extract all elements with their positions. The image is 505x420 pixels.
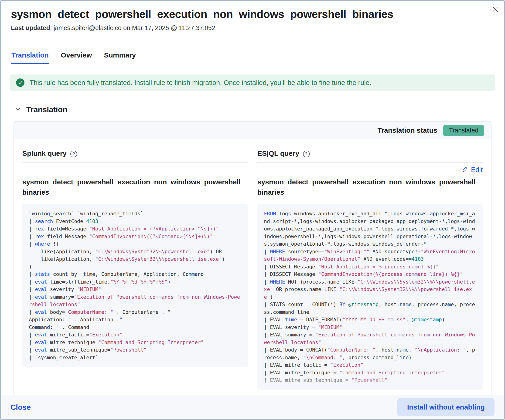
- splunk-query-header: Splunk query ?: [22, 150, 248, 163]
- splunk-code-block[interactable]: `winlog_search` `winlog_rename_fields`| …: [22, 204, 248, 367]
- splunk-rule-name: sysmon_detect_powershell_execution_non_w…: [22, 177, 248, 197]
- section-title: Translation: [26, 105, 67, 114]
- query-comparison: Splunk query ? sysmon_detect_powershell_…: [14, 139, 491, 390]
- last-updated-label: Last updated: [11, 25, 50, 31]
- tab-summary[interactable]: Summary: [103, 49, 136, 64]
- flyout-footer: Close Install without enabling: [1, 395, 504, 419]
- edit-query-button[interactable]: Edit: [462, 166, 483, 174]
- esql-query-title: ES|QL query: [257, 150, 299, 157]
- check-in-circle-icon: [16, 78, 25, 87]
- translation-section-toggle[interactable]: Translation: [15, 105, 504, 114]
- translation-panel: Translation status Translated Splunk que…: [13, 121, 492, 407]
- translation-panel-header: Translation status Translated: [14, 122, 491, 139]
- esql-query-column: ES|QL query ? Edit sysmon_detec: [257, 150, 483, 390]
- flyout-header: sysmon_detect_powershell_execution_non_w…: [1, 1, 504, 32]
- close-icon[interactable]: [490, 4, 501, 15]
- translation-status-badge: Translated: [443, 125, 484, 136]
- last-updated-value: : james.spiteri@elastic.co on Mar 17, 20…: [50, 25, 215, 31]
- splunk-query-title: Splunk query: [22, 150, 67, 157]
- esql-query-header: ES|QL query ?: [257, 150, 483, 163]
- splunk-query-column: Splunk query ? sysmon_detect_powershell_…: [22, 150, 248, 390]
- esql-code-block[interactable]: FROM logs-windows.applocker_exe_and_dll-…: [257, 204, 483, 390]
- pencil-icon: [462, 166, 468, 174]
- esql-meta-row: Edit: [257, 163, 483, 177]
- translation-success-callout: This rule has been fully translated. Ins…: [10, 75, 495, 91]
- last-updated: Last updated: james.spiteri@elastic.co o…: [11, 25, 494, 32]
- question-in-circle-icon[interactable]: ?: [70, 151, 77, 157]
- rule-migration-flyout: sysmon_detect_powershell_execution_non_w…: [0, 0, 505, 420]
- chevron-down-icon: [15, 106, 21, 113]
- esql-rule-name: sysmon_detect_powershell_execution_non_w…: [257, 177, 483, 197]
- close-button[interactable]: Close: [11, 403, 31, 412]
- callout-message: This rule has been fully translated. Ins…: [30, 79, 371, 87]
- edit-label: Edit: [471, 166, 483, 174]
- tab-bar: Translation Overview Summary: [1, 49, 504, 64]
- splunk-meta-row: [22, 163, 248, 177]
- tab-translation[interactable]: Translation: [11, 49, 49, 64]
- tab-overview[interactable]: Overview: [60, 49, 92, 64]
- translation-status-label: Translation status: [378, 126, 437, 134]
- install-without-enabling-button[interactable]: Install without enabling: [397, 398, 494, 416]
- page-title: sysmon_detect_powershell_execution_non_w…: [11, 8, 494, 21]
- question-in-circle-icon[interactable]: ?: [303, 151, 310, 157]
